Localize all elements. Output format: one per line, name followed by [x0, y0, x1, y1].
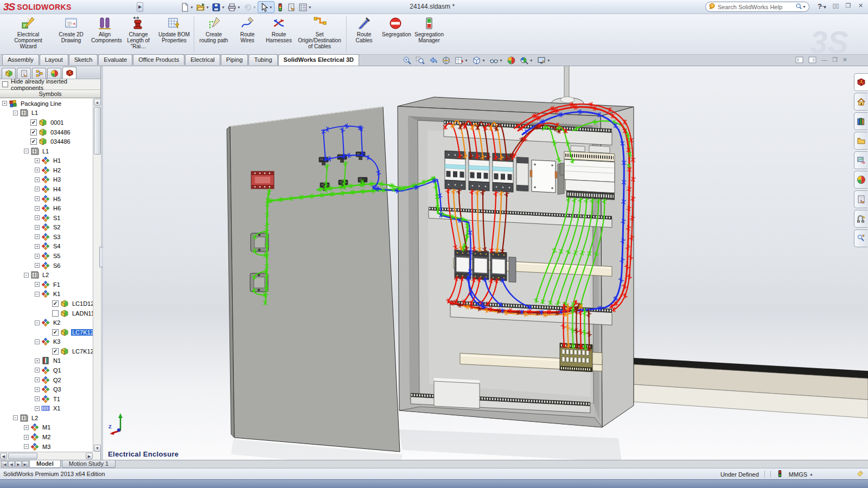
conveyor-beam[interactable] — [634, 358, 868, 418]
hscroll-thumb[interactable] — [8, 453, 37, 459]
expand-icon[interactable]: + — [35, 234, 40, 239]
segregation-manager-button[interactable]: Segregation Manager — [411, 14, 447, 54]
tree-item-h2[interactable]: +H2 — [0, 165, 93, 175]
tab-tubing[interactable]: Tubing — [248, 54, 277, 65]
tree-item-m2[interactable]: +M2 — [0, 432, 93, 442]
next-tab-icon[interactable]: ▶ — [15, 461, 22, 467]
tree-item-ladn11[interactable]: LADN11 — [0, 309, 93, 318]
route-wires-button[interactable]: Route Wires — [232, 14, 263, 54]
expand-icon[interactable]: + — [35, 187, 40, 191]
collapse-icon[interactable]: − — [24, 149, 29, 153]
tab-model[interactable]: Model — [29, 460, 61, 468]
tree-item-k2[interactable]: −K2 — [0, 318, 93, 328]
edit-appearance-icon[interactable] — [507, 56, 516, 65]
appearances-scenes-tab[interactable] — [854, 171, 867, 189]
expand-icon[interactable]: + — [35, 282, 40, 287]
restore-button[interactable]: ▯▯ — [832, 2, 840, 10]
routing-library-tab[interactable] — [854, 210, 867, 228]
scroll-left-icon[interactable]: ◀ — [0, 453, 7, 459]
expand-icon[interactable]: + — [35, 244, 40, 249]
section-view-icon[interactable] — [442, 56, 451, 65]
tree-item-l2[interactable]: −L2 — [0, 413, 93, 423]
open-document-button[interactable]: ▼ — [195, 1, 210, 13]
doc-close-icon[interactable]: ✕ — [843, 56, 847, 63]
tree-item-s2[interactable]: +S2 — [0, 223, 93, 233]
plc[interactable] — [560, 144, 615, 200]
scroll-down-icon[interactable]: ▼ — [94, 445, 101, 452]
expand-icon[interactable]: + — [35, 177, 40, 182]
symbols-tab[interactable] — [2, 68, 16, 79]
rebuild-button[interactable] — [275, 1, 286, 13]
tree-item-s1[interactable]: +S1 — [0, 213, 93, 223]
search-dropdown-caret[interactable]: ▼ — [802, 5, 806, 9]
view-orientation-icon[interactable]: ▼ — [455, 56, 468, 65]
apply-scene-icon[interactable]: ▼ — [520, 56, 533, 65]
expand-icon[interactable]: + — [35, 254, 40, 259]
tree-item-t1[interactable]: +T1 — [0, 394, 93, 404]
expand-icon[interactable]: + — [35, 396, 40, 401]
scroll-up-icon[interactable]: ▲ — [94, 99, 101, 106]
route-harnesses-button[interactable]: Route Harnesses — [263, 14, 295, 54]
expand-icon[interactable]: + — [35, 358, 40, 363]
custom-properties-tab[interactable] — [854, 190, 867, 208]
tree-item-s6[interactable]: +S6 — [0, 261, 93, 271]
tab-office-products[interactable]: Office Products — [133, 54, 184, 65]
undo-button[interactable]: ▼ — [242, 1, 258, 13]
tree-item-q1[interactable]: +Q1 — [0, 365, 93, 375]
tree-item-034486[interactable]: ✓034486 — [0, 137, 93, 146]
tree-item-l2[interactable]: −L2 — [0, 270, 93, 280]
zoom-to-fit-icon[interactable] — [403, 56, 412, 65]
tree-item-lc7k12[interactable]: ✓LC7K12 — [0, 328, 93, 337]
collapse-icon[interactable]: − — [35, 292, 40, 297]
expand-icon[interactable]: + — [35, 406, 40, 411]
tree-item-s4[interactable]: +S4 — [0, 242, 93, 252]
expand-icon[interactable]: + — [35, 263, 40, 268]
tab-piping[interactable]: Piping — [221, 54, 248, 65]
expand-icon[interactable]: + — [35, 377, 40, 382]
new-document-button[interactable]: ▼ — [179, 1, 195, 13]
tree-item-034486[interactable]: ✓034486 — [0, 127, 93, 137]
diagnostics-tab[interactable] — [854, 229, 867, 247]
visibility-checkbox[interactable]: ✓ — [30, 138, 37, 145]
expand-icon[interactable]: + — [35, 206, 40, 211]
hide-show-items-icon[interactable]: ▼ — [489, 56, 503, 65]
tab-layout[interactable]: Layout — [40, 54, 68, 65]
visibility-checkbox[interactable]: ✓ — [30, 129, 37, 136]
select-tool-button[interactable]: ▼ — [258, 1, 275, 13]
3d-scene[interactable] — [103, 66, 868, 460]
collapse-icon[interactable]: − — [35, 320, 40, 325]
electrical-component-wizard-button[interactable]: Electrical Component Wizard — [3, 14, 53, 54]
doc-minimize-icon[interactable]: — — [821, 56, 827, 63]
scroll-right-icon[interactable]: ▶ — [86, 453, 93, 459]
tab-assembly[interactable]: Assembly — [2, 54, 39, 65]
print-document-button[interactable]: ▼ — [226, 1, 242, 13]
view-palette-tab[interactable] — [854, 151, 867, 169]
properties-tab[interactable] — [17, 68, 31, 79]
expand-icon[interactable]: + — [35, 196, 40, 201]
tag-icon[interactable] — [857, 470, 864, 479]
design-library-tab[interactable] — [854, 112, 867, 130]
tab-motion-study-1[interactable]: Motion Study 1 — [62, 460, 116, 468]
save-document-button[interactable]: ▼ — [210, 1, 226, 13]
scroll-thumb[interactable] — [94, 107, 101, 155]
tree-item-l1[interactable]: −L1 — [0, 108, 93, 118]
tree-item-h6[interactable]: +H6 — [0, 203, 93, 213]
tab-evaluate[interactable]: Evaluate — [98, 54, 132, 65]
tree-item-lc1d12[interactable]: ✓LC1D12 — [0, 299, 93, 309]
help-search-box[interactable]: ? ▼ — [705, 2, 809, 12]
tree-item-x1[interactable]: +X1 — [0, 404, 93, 414]
expand-icon[interactable]: + — [35, 215, 40, 220]
collapse-icon[interactable]: − — [13, 415, 18, 420]
tree-item-h5[interactable]: +H5 — [0, 194, 93, 204]
file-explorer-tab[interactable] — [854, 132, 867, 150]
set-origin-destination-of-cables-button[interactable]: Set Origin/Destination of Cables — [295, 14, 344, 54]
collapse-icon[interactable]: − — [24, 444, 29, 449]
contactors[interactable] — [455, 250, 507, 281]
tree-item-n1[interactable]: +N1 — [0, 356, 93, 366]
expand-icon[interactable]: + — [35, 225, 40, 230]
tree-item-h3[interactable]: +H3 — [0, 175, 93, 185]
tab-solidworks-electrical-3d[interactable]: SolidWorks Electrical 3D — [278, 54, 359, 66]
zoom-to-area-icon[interactable] — [416, 56, 425, 65]
cascade-button[interactable]: ❐ — [844, 2, 852, 10]
tree-item-0001[interactable]: ✓0001 — [0, 118, 93, 127]
